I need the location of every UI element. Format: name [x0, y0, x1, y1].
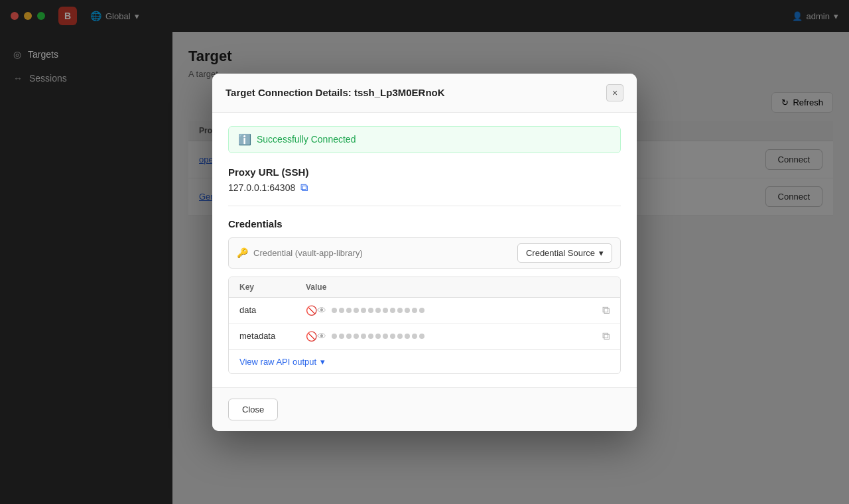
cred-value-data: 🚫👁 — [306, 304, 610, 316]
toggle-visibility-data-icon[interactable]: 🚫👁 — [306, 305, 326, 316]
modal-close-button[interactable]: × — [606, 84, 623, 101]
col-key-header: Key — [239, 283, 306, 292]
col-value-header: Value — [306, 283, 610, 292]
modal-overlay: Target Connection Details: tssh_Lp3M0ERn… — [0, 0, 849, 504]
cred-key-data: data — [239, 305, 306, 315]
view-raw-chevron-icon: ▾ — [320, 357, 325, 367]
key-icon: 🔑 — [237, 247, 248, 258]
proxy-url-text: 127.0.0.1:64308 — [228, 182, 295, 193]
modal-header: Target Connection Details: tssh_Lp3M0ERn… — [212, 74, 637, 113]
cred-value-metadata: 🚫👁 — [306, 330, 610, 342]
cred-key-metadata: metadata — [239, 331, 306, 341]
cred-row-metadata: metadata 🚫👁 — [229, 324, 620, 349]
proxy-url-value-row: 127.0.0.1:64308 ⧉ — [228, 182, 621, 194]
modal: Target Connection Details: tssh_Lp3M0ERn… — [212, 74, 637, 431]
success-icon: ℹ️ — [238, 133, 251, 146]
copy-metadata-icon[interactable]: ⧉ — [602, 330, 610, 342]
view-raw-link[interactable]: View raw API output ▾ — [229, 349, 620, 373]
modal-footer: Close — [212, 387, 637, 431]
credential-source-chevron-icon: ▾ — [599, 248, 604, 258]
credentials-table: Key Value data 🚫👁 — [228, 277, 621, 374]
credential-input[interactable] — [253, 248, 512, 258]
cred-table-header: Key Value — [229, 277, 620, 298]
credential-source-label: Credential Source — [526, 248, 595, 258]
copy-proxy-url-icon[interactable]: ⧉ — [300, 182, 308, 194]
success-message: Successfully Connected — [257, 134, 356, 145]
copy-data-icon[interactable]: ⧉ — [602, 304, 610, 316]
masked-value-metadata — [332, 334, 424, 339]
section-divider — [228, 206, 621, 206]
modal-title: Target Connection Details: tssh_Lp3M0ERn… — [226, 87, 445, 98]
view-raw-label: View raw API output — [239, 357, 316, 367]
modal-body: ℹ️ Successfully Connected Proxy URL (SSH… — [212, 113, 637, 387]
masked-value-data — [332, 308, 424, 313]
credentials-title: Credentials — [228, 218, 621, 229]
toggle-visibility-metadata-icon[interactable]: 🚫👁 — [306, 331, 326, 342]
credential-input-row: 🔑 Credential Source ▾ — [228, 237, 621, 269]
modal-close-footer-button[interactable]: Close — [228, 399, 278, 420]
proxy-url-label: Proxy URL (SSH) — [228, 166, 621, 178]
cred-row-data: data 🚫👁 — [229, 298, 620, 324]
success-banner: ℹ️ Successfully Connected — [228, 126, 621, 153]
credential-source-button[interactable]: Credential Source ▾ — [517, 243, 612, 263]
